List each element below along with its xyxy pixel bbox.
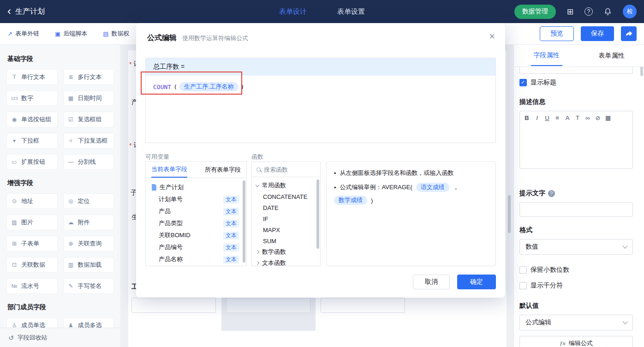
cancel-button[interactable]: 取消 bbox=[413, 275, 450, 289]
function-group-math[interactable]: 数学函数 bbox=[252, 246, 320, 257]
formula-editor-area[interactable]: 总工序数 = COUNT( 生产工序.工序名称 ) bbox=[145, 58, 496, 143]
checkbox-unchecked-icon[interactable] bbox=[519, 282, 527, 289]
field-type-button[interactable]: ☑复选框组 bbox=[63, 112, 114, 127]
function-item[interactable]: MAPX bbox=[252, 224, 320, 235]
keep-decimals-checkbox[interactable]: 保留小数位数 bbox=[519, 266, 633, 274]
tree-root[interactable]: 生产计划 bbox=[146, 181, 246, 193]
function-group-text[interactable]: 文本函数 bbox=[252, 257, 320, 266]
share-button[interactable] bbox=[621, 26, 637, 41]
checkbox-checked-icon[interactable] bbox=[519, 79, 527, 86]
backend-script-link[interactable]: ▣ 后端脚本 bbox=[55, 30, 87, 38]
function-name: DATE bbox=[263, 204, 279, 211]
confirm-button[interactable]: 确定 bbox=[457, 275, 496, 289]
field-type-button[interactable]: ◉单选按钮组 bbox=[6, 112, 58, 127]
function-item[interactable]: SUM bbox=[252, 235, 320, 246]
function-item[interactable]: DATE bbox=[252, 202, 320, 213]
data-manage-button[interactable]: 数据管理 bbox=[514, 5, 556, 19]
variable-item[interactable]: 产品类型文本 bbox=[146, 217, 246, 229]
question-icon[interactable]: ? bbox=[548, 190, 555, 197]
variable-type-tag: 文本 bbox=[223, 196, 239, 203]
canvas-scrollbar[interactable] bbox=[508, 195, 511, 233]
field-type-button[interactable]: ≣多行文本 bbox=[63, 69, 114, 85]
preview-button[interactable]: 预览 bbox=[540, 26, 574, 41]
edit-formula-button[interactable]: ƒx 编辑公式 bbox=[519, 336, 633, 347]
link-icon[interactable]: ∞ bbox=[585, 114, 590, 121]
field-type-button[interactable]: T单行文本 bbox=[6, 69, 58, 85]
field-type-button[interactable]: ⊕关联查询 bbox=[63, 236, 114, 251]
thousands-checkbox[interactable]: 显示千分符 bbox=[519, 281, 633, 290]
edit-formula-label: 编辑公式 bbox=[569, 339, 593, 347]
formula-expression[interactable]: COUNT( 生产工序.工序名称 ) bbox=[146, 76, 495, 98]
field-type-button[interactable]: ⊙地址 bbox=[6, 193, 58, 209]
form-input[interactable] bbox=[321, 298, 405, 313]
tab-field-properties[interactable]: 字段属性 bbox=[514, 45, 579, 66]
field-type-label: 扩展按钮 bbox=[21, 158, 45, 166]
close-icon[interactable]: × bbox=[489, 30, 495, 42]
apps-icon[interactable]: ⊞ bbox=[567, 7, 573, 17]
tab-current-form-fields[interactable]: 当前表单字段 bbox=[151, 162, 187, 178]
function-search[interactable] bbox=[252, 162, 320, 177]
related-query-icon: ⊕ bbox=[67, 240, 75, 247]
variable-item[interactable]: 产品编号文本 bbox=[146, 241, 246, 253]
function-group-common[interactable]: 常用函数 bbox=[252, 180, 320, 191]
field-type-button[interactable]: ⊞子表单 bbox=[6, 236, 58, 251]
tab-all-form-fields[interactable]: 所有表单字段 bbox=[205, 162, 241, 178]
variable-item[interactable]: 关联BOMID文本 bbox=[146, 229, 246, 241]
field-type-button[interactable]: №流水号 bbox=[6, 278, 58, 294]
help-icon[interactable]: ? bbox=[584, 7, 593, 16]
notification-bell-icon[interactable] bbox=[604, 8, 612, 16]
function-search-input[interactable] bbox=[264, 166, 310, 173]
field-type-button[interactable]: —分割线 bbox=[63, 154, 114, 170]
functions-scrollbar[interactable] bbox=[316, 179, 319, 249]
avatar[interactable]: 检 bbox=[623, 5, 637, 18]
function-name: IF bbox=[263, 215, 268, 222]
function-item[interactable]: IF bbox=[252, 213, 320, 224]
underline-icon[interactable]: U bbox=[544, 114, 550, 121]
field-type-label: 日期时间 bbox=[78, 94, 102, 102]
form-external-link[interactable]: ↗ 表单外链 bbox=[7, 30, 39, 38]
image-icon[interactable]: ▦ bbox=[605, 114, 611, 121]
variable-pill[interactable]: 生产工序.工序名称 bbox=[179, 82, 239, 91]
default-value-select[interactable]: 公式编辑 bbox=[519, 315, 633, 330]
variable-item[interactable]: 产品文本 bbox=[146, 205, 246, 217]
tab-form-design[interactable]: 表单设计 bbox=[279, 7, 307, 16]
variable-item[interactable]: 产品名称文本 bbox=[146, 253, 246, 265]
variable-item[interactable]: 计划单号文本 bbox=[146, 193, 246, 205]
data-permission-link[interactable]: ▤ 数据权 bbox=[103, 30, 129, 38]
show-title-checkbox[interactable]: 显示标题 bbox=[519, 78, 633, 87]
field-type-label: 定位 bbox=[78, 197, 90, 205]
function-item[interactable]: CONCATENATE bbox=[252, 191, 320, 202]
hint-text-input[interactable] bbox=[519, 202, 633, 217]
font-color-icon[interactable]: A bbox=[565, 114, 570, 121]
field-type-button[interactable]: ▨图片 bbox=[6, 215, 58, 230]
description-editor[interactable]: B I U ≡ A T ∞ ⊘ ▦ bbox=[519, 111, 633, 169]
tab-form-settings[interactable]: 表单设置 bbox=[337, 7, 365, 16]
section-title-members: 部门成员字段 bbox=[7, 303, 114, 311]
bold-icon[interactable]: B bbox=[524, 114, 530, 121]
checkbox-unchecked-icon[interactable] bbox=[519, 266, 527, 274]
back-icon[interactable]: ‹ bbox=[7, 6, 11, 17]
field-type-button[interactable]: ▦日期时间 bbox=[63, 90, 114, 106]
field-type-button[interactable]: ▾下拉框 bbox=[6, 133, 58, 149]
field-type-button[interactable]: ✎手写签名 bbox=[63, 278, 114, 294]
save-button[interactable]: 保存 bbox=[581, 26, 614, 41]
field-recycle-bin[interactable]: ↺ 字段回收站 bbox=[0, 328, 120, 347]
field-type-button[interactable]: ☁附件 bbox=[63, 215, 114, 230]
field-type-button[interactable]: ◎定位 bbox=[63, 193, 114, 209]
description-label: 描述信息 bbox=[519, 98, 633, 106]
variables-scrollbar[interactable] bbox=[243, 180, 245, 263]
tab-form-properties[interactable]: 表单属性 bbox=[579, 45, 644, 66]
field-type-button[interactable]: ▭扩展按钮 bbox=[6, 154, 58, 170]
align-icon[interactable]: ≡ bbox=[555, 114, 560, 121]
field-type-button[interactable]: ▥数据加载 bbox=[63, 257, 114, 273]
back-nav[interactable]: ‹ 生产计划 bbox=[7, 7, 45, 17]
field-type-button[interactable]: 123数字 bbox=[6, 90, 58, 106]
field-type-button[interactable]: ⊡关联数据 bbox=[6, 257, 58, 273]
field-type-button[interactable]: ▿下拉复选框 bbox=[63, 133, 114, 149]
unlink-icon[interactable]: ⊘ bbox=[595, 114, 601, 121]
format-select[interactable]: 数值 bbox=[519, 239, 633, 255]
form-input[interactable] bbox=[131, 298, 216, 313]
font-size-icon[interactable]: T bbox=[575, 114, 580, 121]
italic-icon[interactable]: I bbox=[534, 114, 540, 121]
form-input-selected[interactable] bbox=[226, 298, 310, 313]
